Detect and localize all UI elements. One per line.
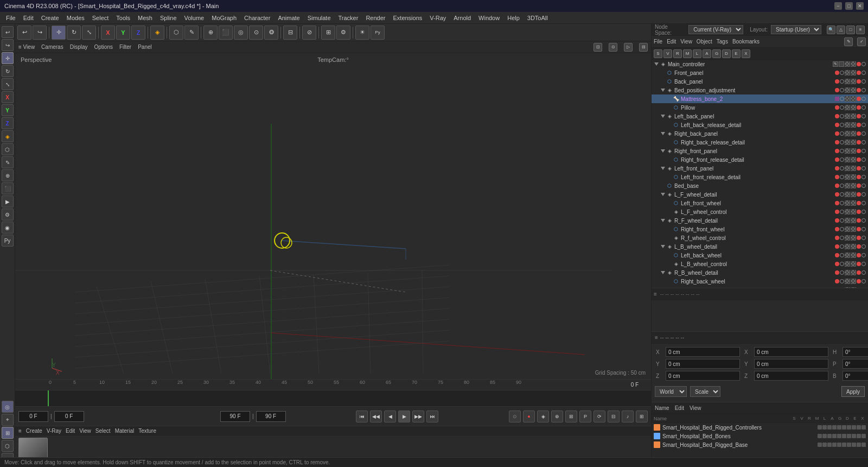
mat-menu-edit[interactable]: Edit [66,428,75,434]
mat-menu-select[interactable]: Select [95,428,111,434]
maximize-button[interactable]: □ [845,2,853,10]
menu-character[interactable]: Character [240,14,274,22]
trans-play[interactable]: ▶ [398,411,410,422]
trans-markers[interactable]: ⊟ [608,411,620,422]
tool-anim[interactable]: ▶ [2,195,14,207]
tree-row-lfp[interactable]: ◈ Left_front_panel [652,164,868,173]
tree-row-lfc[interactable]: ◈ L_F_wheel_control [652,207,868,216]
right-view[interactable]: View [680,39,692,45]
tool-perspective[interactable]: ⬡ [2,143,14,155]
layers-menu-edit[interactable]: Edit [675,405,684,411]
menu-spline[interactable]: Spline [156,14,181,22]
obj-col-r[interactable]: R [673,49,682,58]
right-object[interactable]: Object [697,39,712,45]
tree-row-rfc[interactable]: ◈ R_f_wheel_control [652,234,868,242]
menu-animate[interactable]: Animate [274,14,303,22]
tb-x[interactable]: X [101,26,115,40]
vp-menu-view[interactable]: ≡ View [18,44,35,50]
obj-icon2[interactable]: ✓ [857,37,866,46]
layout-icon1[interactable]: 🔍 [827,26,835,34]
tree-arrow-main[interactable] [654,61,659,67]
obj-col-x[interactable]: X [742,49,750,58]
tb-new[interactable]: ↩ [17,26,31,40]
tb-redo[interactable]: ↪ [33,26,47,40]
tool-texture[interactable]: ⬛ [2,182,14,194]
layer-row-base[interactable]: Smart_Hospital_Bed_Rigged_Base [652,440,868,449]
tool-rotate[interactable]: ↻ [2,65,14,77]
vp-menu-panel[interactable]: Panel [138,44,152,50]
scene-tree[interactable]: ◈ Main_controller ✎ ⬡ Front_panel [652,60,868,288]
tool-scale[interactable]: ⤡ [2,78,14,90]
trans-autokey[interactable]: ⊙ [509,411,521,422]
obj-icon1[interactable]: ✎ [844,37,853,46]
tb-magnet[interactable]: ⊘ [302,26,316,40]
tb-group[interactable]: ⊕ [203,26,218,40]
vp-menu-options[interactable]: Options [94,44,112,50]
tree-row-mattress-bone2[interactable]: 🦴 Mattress_bone_2 [652,94,868,103]
coord-y-rot-input[interactable] [754,359,828,369]
vp-settings-icon[interactable]: ⊟ [639,43,648,52]
tb-python[interactable]: Py [371,26,385,40]
layout-icon4[interactable]: ≡ [856,26,865,34]
tb-move[interactable]: ✛ [52,26,66,40]
obj-col-d[interactable]: D [722,49,731,58]
trans-layers[interactable]: ⊞ [565,411,577,422]
tree-row-back-panel[interactable]: ⬡ Back_panel [652,77,868,86]
tool-undo[interactable]: ↩ [2,26,14,38]
tb-scale[interactable]: ⤡ [82,26,96,40]
tree-row-rbr[interactable]: ⬡ Right_back_release_detail [652,138,868,147]
menu-mesh[interactable]: Mesh [134,14,156,22]
obj-col-v[interactable]: V [663,49,672,58]
tb-morph[interactable]: ⬛ [219,26,233,40]
coord-world-select[interactable]: World Object [655,386,687,397]
trans-motion2[interactable]: ⊞ [636,411,648,422]
coord-scale-select[interactable]: Scale [690,386,720,397]
vp-render-icon[interactable]: ▷ [624,43,633,52]
menu-render[interactable]: Render [362,14,389,22]
tb-ruler[interactable]: ⊟ [283,26,297,40]
trans-prev[interactable]: ◀ [384,411,396,422]
tb-cube[interactable]: ⬡ [169,26,183,40]
tool-z[interactable]: Z [2,117,14,129]
trans-keyframe[interactable]: ◈ [537,411,549,422]
tree-arrow-bedpos[interactable] [660,87,666,93]
tool-plus[interactable]: ⊕ [2,169,14,181]
tb-y[interactable]: Y [116,26,130,40]
tree-row-rfr[interactable]: ⬡ Right_front_release_detail [652,155,868,164]
trans-go-start[interactable]: ⏮ [356,411,368,422]
tool-draw[interactable]: ✎ [2,156,14,168]
tree-row-rbp[interactable]: ◈ Right_back_panel [652,129,868,138]
timeline-tracks[interactable] [15,390,651,406]
right-file[interactable]: File [654,39,662,45]
mat-menu-create[interactable]: Create [26,428,42,434]
tool-x[interactable]: X [2,91,14,103]
menu-extensions[interactable]: Extensions [389,14,426,22]
tb-light[interactable]: ☀ [355,26,369,40]
menu-help[interactable]: Help [503,14,524,22]
layout-icon3[interactable]: □ [846,26,855,34]
coord-x-rot-input[interactable] [754,347,828,357]
tb-field[interactable]: ⊙ [249,26,263,40]
tool-settings[interactable]: ⚙ [2,209,14,220]
trans-motion[interactable]: ⊕ [551,411,563,422]
vp-menu-display[interactable]: Display [70,44,88,50]
tb-obj-coord[interactable]: ◈ [150,26,164,40]
layout-select[interactable]: Startup (User) [771,25,821,34]
menu-tools[interactable]: Tools [112,14,134,22]
right-tags[interactable]: Tags [717,39,728,45]
tool-paint[interactable]: ⬡ [2,440,14,452]
tb-render-settings[interactable]: ⚙ [336,26,350,40]
tree-row-rfp[interactable]: ◈ Right_front_panel [652,147,868,155]
trans-end[interactable]: ⏭ [426,411,438,422]
tree-row-lbw[interactable]: ◈ L_B_wheel_detail [652,242,868,251]
minimize-button[interactable]: − [834,2,842,10]
tree-row-main-ctrl[interactable]: ◈ Main_controller ✎ [652,60,868,68]
menu-tracker[interactable]: Tracker [335,14,362,22]
menu-modes[interactable]: Modes [63,14,88,22]
tb-grid[interactable]: ⊞ [321,26,335,40]
right-bookmarks[interactable]: Bookmarks [732,39,760,45]
menu-volume[interactable]: Volume [181,14,208,22]
coord-y-pos-input[interactable] [666,359,740,369]
tree-row-rfw[interactable]: ◈ R_F_wheel_detail [652,216,868,225]
obj-col-a[interactable]: A [703,49,711,58]
